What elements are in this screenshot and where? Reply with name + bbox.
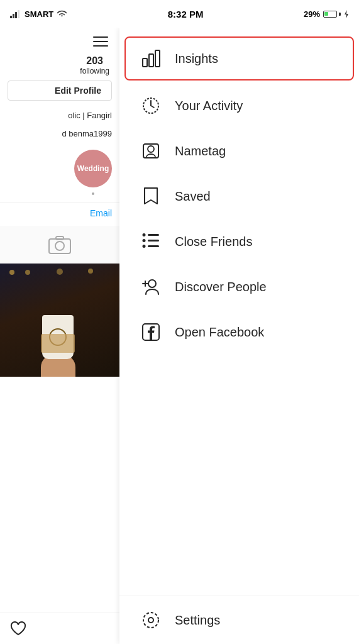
menu-label-settings: Settings — [175, 613, 220, 628]
svg-point-19 — [148, 280, 156, 287]
svg-rect-15 — [148, 245, 159, 247]
svg-rect-14 — [148, 240, 159, 242]
svg-rect-2 — [15, 12, 17, 18]
svg-point-5 — [55, 242, 64, 250]
menu-item-open-facebook[interactable]: Open Facebook — [124, 309, 354, 355]
status-battery-area: 29% — [304, 9, 349, 19]
svg-rect-9 — [155, 50, 160, 67]
svg-rect-1 — [13, 14, 14, 18]
carrier-name: SMART — [25, 9, 53, 19]
email-section: Email — [0, 203, 119, 223]
menu-label-open-facebook: Open Facebook — [175, 325, 264, 340]
facebook-icon — [140, 321, 162, 343]
highlights-section: Wedding — [0, 145, 119, 200]
photo-placeholder — [0, 226, 119, 264]
edit-profile-button[interactable]: Edit Profile — [8, 80, 112, 101]
photo-grid — [0, 223, 119, 377]
left-panel-profile: 203 following Edit Profile olic | Fangir… — [0, 28, 119, 644]
wifi-icon — [57, 10, 67, 18]
settings-icon — [140, 609, 162, 631]
camera-icon — [47, 232, 72, 257]
menu-label-discover-people: Discover People — [175, 280, 267, 294]
svg-point-18 — [143, 245, 146, 248]
svg-point-23 — [143, 613, 158, 628]
following-stat: 203 following — [80, 55, 109, 75]
menu-item-close-friends[interactable]: Close Friends — [124, 219, 354, 264]
close-friends-icon — [140, 230, 162, 253]
menu-label-saved: Saved — [175, 189, 211, 204]
svg-point-24 — [148, 618, 153, 623]
nametag-icon — [140, 140, 162, 162]
following-label: following — [80, 67, 109, 75]
highlight-circle: Wedding — [74, 150, 112, 187]
menu-list: Insights Your Activity Nam — [119, 28, 359, 361]
svg-rect-0 — [10, 16, 12, 18]
menu-label-close-friends: Close Friends — [175, 235, 252, 249]
username-section: d benma1999 — [0, 126, 119, 145]
svg-point-16 — [143, 233, 146, 236]
profile-stats: 203 following — [0, 53, 119, 80]
menu-item-nametag[interactable]: Nametag — [124, 128, 354, 174]
status-bar: SMART 8:32 PM 29% — [0, 0, 359, 28]
svg-rect-8 — [149, 54, 153, 67]
menu-label-nametag: Nametag — [175, 144, 226, 158]
status-time: 8:32 PM — [168, 9, 204, 19]
right-panel-menu: Insights Your Activity Nam — [119, 28, 359, 644]
svg-rect-13 — [148, 234, 159, 236]
menu-item-discover-people[interactable]: Discover People — [124, 264, 354, 309]
bio-section: olic | Fangirl — [0, 109, 119, 126]
menu-label-insights: Insights — [175, 52, 218, 66]
highlight-dot — [92, 192, 94, 195]
bottom-bar-left — [0, 613, 119, 644]
insights-icon — [140, 47, 162, 70]
charging-icon — [344, 10, 349, 18]
menu-item-saved[interactable]: Saved — [124, 174, 354, 219]
svg-rect-6 — [56, 236, 64, 240]
svg-point-12 — [148, 146, 154, 152]
heart-icon[interactable] — [10, 621, 26, 636]
battery-percent: 29% — [304, 9, 320, 19]
signal-icon — [10, 10, 21, 18]
saved-icon — [140, 185, 162, 208]
username-text: d benma1999 — [8, 129, 112, 138]
svg-rect-3 — [18, 10, 19, 18]
menu-item-insights[interactable]: Insights — [124, 36, 354, 80]
photo-image — [0, 264, 119, 377]
status-carrier: SMART — [10, 9, 67, 19]
following-count: 203 — [80, 55, 109, 67]
highlight-item-wedding[interactable]: Wedding — [74, 150, 112, 195]
menu-label-your-activity: Your Activity — [175, 99, 243, 113]
svg-point-17 — [143, 239, 146, 242]
email-link[interactable]: Email — [90, 208, 112, 218]
hamburger-menu[interactable] — [93, 36, 108, 47]
discover-people-icon — [140, 275, 162, 298]
svg-rect-7 — [143, 58, 147, 67]
hamburger-area — [0, 28, 119, 53]
bio-text: olic | Fangirl — [8, 111, 112, 120]
battery-icon — [323, 11, 341, 18]
menu-item-your-activity[interactable]: Your Activity — [124, 83, 354, 128]
activity-icon — [140, 94, 162, 117]
menu-item-settings[interactable]: Settings — [119, 596, 359, 644]
